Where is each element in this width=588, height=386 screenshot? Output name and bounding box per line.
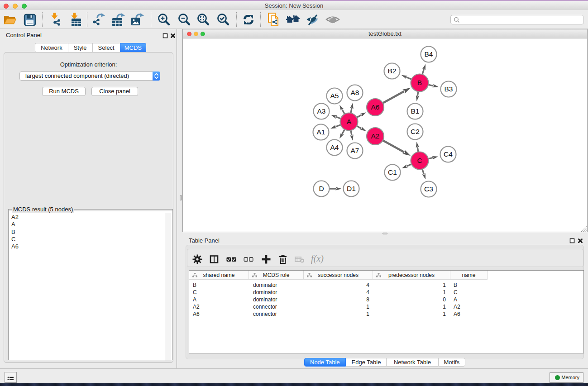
svg-text:C3: C3 xyxy=(424,185,433,193)
svg-text:B: B xyxy=(417,79,422,86)
svg-text:A5: A5 xyxy=(330,92,339,100)
svg-text:B1: B1 xyxy=(411,107,420,115)
svg-text:C1: C1 xyxy=(388,168,397,176)
svg-text:D: D xyxy=(319,185,324,192)
svg-text:A2: A2 xyxy=(371,132,380,140)
svg-text:A1: A1 xyxy=(317,128,325,136)
svg-text:A: A xyxy=(347,118,352,125)
svg-text:B3: B3 xyxy=(445,85,453,93)
svg-text:C2: C2 xyxy=(411,128,420,135)
svg-text:B2: B2 xyxy=(388,67,397,75)
svg-text:A4: A4 xyxy=(330,143,339,151)
svg-text:C: C xyxy=(417,157,422,164)
svg-text:A8: A8 xyxy=(351,89,359,96)
svg-text:A3: A3 xyxy=(317,107,326,115)
svg-text:A6: A6 xyxy=(371,103,380,111)
svg-text:D1: D1 xyxy=(347,185,356,192)
svg-text:B4: B4 xyxy=(425,50,433,58)
svg-text:C4: C4 xyxy=(444,150,453,158)
svg-text:A7: A7 xyxy=(351,147,359,154)
